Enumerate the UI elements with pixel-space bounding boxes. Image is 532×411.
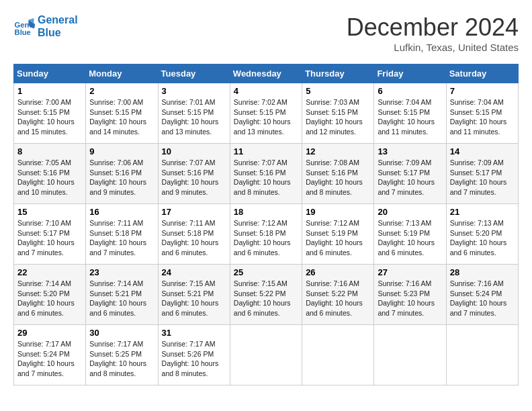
day-info: Sunrise: 7:01 AM Sunset: 5:15 PM Dayligh… — [162, 97, 226, 137]
day-cell: 2 Sunrise: 7:00 AM Sunset: 5:15 PM Dayli… — [86, 83, 158, 144]
day-number: 5 — [306, 86, 370, 96]
day-number: 14 — [450, 146, 515, 156]
day-info: Sunrise: 7:06 AM Sunset: 5:16 PM Dayligh… — [89, 158, 154, 197]
day-number: 23 — [89, 267, 154, 277]
day-cell: 9 Sunrise: 7:06 AM Sunset: 5:16 PM Dayli… — [86, 144, 158, 204]
day-cell: 26 Sunrise: 7:16 AM Sunset: 5:22 PM Dayl… — [302, 265, 374, 325]
day-number: 3 — [162, 86, 226, 96]
day-number: 9 — [89, 146, 154, 156]
day-cell: 22 Sunrise: 7:14 AM Sunset: 5:20 PM Dayl… — [14, 265, 86, 325]
day-info: Sunrise: 7:09 AM Sunset: 5:17 PM Dayligh… — [450, 158, 515, 197]
day-number: 4 — [234, 86, 298, 96]
svg-text:Blue: Blue — [15, 28, 31, 36]
day-cell: 27 Sunrise: 7:16 AM Sunset: 5:23 PM Dayl… — [374, 265, 446, 325]
week-row-3: 15 Sunrise: 7:10 AM Sunset: 5:17 PM Dayl… — [14, 204, 519, 265]
day-info: Sunrise: 7:08 AM Sunset: 5:16 PM Dayligh… — [306, 158, 370, 197]
logo: General Blue General Blue — [13, 13, 78, 39]
day-number: 19 — [306, 207, 370, 217]
day-info: Sunrise: 7:05 AM Sunset: 5:16 PM Dayligh… — [17, 158, 82, 197]
day-number: 6 — [378, 86, 442, 96]
day-cell: 31 Sunrise: 7:17 AM Sunset: 5:26 PM Dayl… — [158, 325, 230, 385]
day-cell: 8 Sunrise: 7:05 AM Sunset: 5:16 PM Dayli… — [14, 144, 86, 204]
day-number: 17 — [162, 207, 226, 217]
day-info: Sunrise: 7:04 AM Sunset: 5:15 PM Dayligh… — [450, 97, 515, 137]
day-number: 31 — [162, 328, 226, 338]
day-info: Sunrise: 7:02 AM Sunset: 5:15 PM Dayligh… — [234, 97, 298, 137]
day-cell: 28 Sunrise: 7:16 AM Sunset: 5:24 PM Dayl… — [446, 265, 518, 325]
col-header-thursday: Thursday — [302, 64, 374, 83]
day-number: 13 — [378, 146, 442, 156]
day-info: Sunrise: 7:09 AM Sunset: 5:17 PM Dayligh… — [378, 158, 442, 197]
day-cell: 30 Sunrise: 7:17 AM Sunset: 5:25 PM Dayl… — [86, 325, 158, 385]
logo-line1: General — [38, 13, 78, 26]
day-info: Sunrise: 7:07 AM Sunset: 5:16 PM Dayligh… — [234, 158, 298, 197]
week-row-4: 22 Sunrise: 7:14 AM Sunset: 5:20 PM Dayl… — [14, 265, 519, 325]
day-cell — [302, 325, 374, 385]
day-info: Sunrise: 7:16 AM Sunset: 5:23 PM Dayligh… — [378, 279, 442, 318]
day-info: Sunrise: 7:04 AM Sunset: 5:15 PM Dayligh… — [378, 97, 442, 137]
day-number: 25 — [234, 267, 298, 277]
day-number: 18 — [234, 207, 298, 217]
day-cell: 19 Sunrise: 7:12 AM Sunset: 5:19 PM Dayl… — [302, 204, 374, 265]
header-row: SundayMondayTuesdayWednesdayThursdayFrid… — [14, 64, 519, 83]
day-info: Sunrise: 7:00 AM Sunset: 5:15 PM Dayligh… — [89, 97, 154, 137]
day-number: 30 — [89, 328, 154, 338]
day-cell: 13 Sunrise: 7:09 AM Sunset: 5:17 PM Dayl… — [374, 144, 446, 204]
day-cell: 11 Sunrise: 7:07 AM Sunset: 5:16 PM Dayl… — [230, 144, 302, 204]
day-cell: 25 Sunrise: 7:15 AM Sunset: 5:22 PM Dayl… — [230, 265, 302, 325]
day-cell: 18 Sunrise: 7:12 AM Sunset: 5:18 PM Dayl… — [230, 204, 302, 265]
day-cell: 12 Sunrise: 7:08 AM Sunset: 5:16 PM Dayl… — [302, 144, 374, 204]
day-number: 8 — [17, 146, 82, 156]
week-row-1: 1 Sunrise: 7:00 AM Sunset: 5:15 PM Dayli… — [14, 83, 519, 144]
col-header-monday: Monday — [86, 64, 158, 83]
day-number: 2 — [89, 86, 154, 96]
day-info: Sunrise: 7:17 AM Sunset: 5:26 PM Dayligh… — [162, 339, 226, 379]
day-cell: 23 Sunrise: 7:14 AM Sunset: 5:21 PM Dayl… — [86, 265, 158, 325]
day-cell: 20 Sunrise: 7:13 AM Sunset: 5:19 PM Dayl… — [374, 204, 446, 265]
day-number: 27 — [378, 267, 442, 277]
day-cell — [446, 325, 518, 385]
day-number: 24 — [162, 267, 226, 277]
day-cell: 4 Sunrise: 7:02 AM Sunset: 5:15 PM Dayli… — [230, 83, 302, 144]
day-info: Sunrise: 7:17 AM Sunset: 5:24 PM Dayligh… — [17, 339, 82, 379]
day-cell: 15 Sunrise: 7:10 AM Sunset: 5:17 PM Dayl… — [14, 204, 86, 265]
day-number: 28 — [450, 267, 515, 277]
day-number: 10 — [162, 146, 226, 156]
day-number: 15 — [17, 207, 82, 217]
col-header-saturday: Saturday — [446, 64, 518, 83]
day-info: Sunrise: 7:00 AM Sunset: 5:15 PM Dayligh… — [17, 97, 82, 137]
day-number: 7 — [450, 86, 515, 96]
day-number: 21 — [450, 207, 515, 217]
day-info: Sunrise: 7:11 AM Sunset: 5:18 PM Dayligh… — [162, 218, 226, 258]
day-cell: 5 Sunrise: 7:03 AM Sunset: 5:15 PM Dayli… — [302, 83, 374, 144]
header: General Blue General Blue December 2024 … — [13, 13, 519, 53]
day-number: 20 — [378, 207, 442, 217]
day-info: Sunrise: 7:07 AM Sunset: 5:16 PM Dayligh… — [162, 158, 226, 197]
day-info: Sunrise: 7:03 AM Sunset: 5:15 PM Dayligh… — [306, 97, 370, 137]
day-info: Sunrise: 7:13 AM Sunset: 5:19 PM Dayligh… — [378, 218, 442, 258]
location-title: Lufkin, Texas, United States — [347, 42, 519, 53]
col-header-tuesday: Tuesday — [158, 64, 230, 83]
logo-icon: General Blue — [13, 15, 35, 37]
day-number: 29 — [17, 328, 82, 338]
day-info: Sunrise: 7:14 AM Sunset: 5:21 PM Dayligh… — [89, 279, 154, 318]
day-number: 22 — [17, 267, 82, 277]
logo-line2: Blue — [38, 26, 78, 39]
day-info: Sunrise: 7:17 AM Sunset: 5:25 PM Dayligh… — [89, 339, 154, 379]
day-cell: 14 Sunrise: 7:09 AM Sunset: 5:17 PM Dayl… — [446, 144, 518, 204]
week-row-5: 29 Sunrise: 7:17 AM Sunset: 5:24 PM Dayl… — [14, 325, 519, 385]
col-header-wednesday: Wednesday — [230, 64, 302, 83]
day-cell: 29 Sunrise: 7:17 AM Sunset: 5:24 PM Dayl… — [14, 325, 86, 385]
day-cell: 3 Sunrise: 7:01 AM Sunset: 5:15 PM Dayli… — [158, 83, 230, 144]
day-cell: 16 Sunrise: 7:11 AM Sunset: 5:18 PM Dayl… — [86, 204, 158, 265]
day-cell: 6 Sunrise: 7:04 AM Sunset: 5:15 PM Dayli… — [374, 83, 446, 144]
day-cell: 17 Sunrise: 7:11 AM Sunset: 5:18 PM Dayl… — [158, 204, 230, 265]
day-info: Sunrise: 7:12 AM Sunset: 5:19 PM Dayligh… — [306, 218, 370, 258]
day-number: 12 — [306, 146, 370, 156]
week-row-2: 8 Sunrise: 7:05 AM Sunset: 5:16 PM Dayli… — [14, 144, 519, 204]
day-info: Sunrise: 7:15 AM Sunset: 5:21 PM Dayligh… — [162, 279, 226, 318]
day-number: 1 — [17, 86, 82, 96]
day-cell: 24 Sunrise: 7:15 AM Sunset: 5:21 PM Dayl… — [158, 265, 230, 325]
day-info: Sunrise: 7:16 AM Sunset: 5:22 PM Dayligh… — [306, 279, 370, 318]
col-header-sunday: Sunday — [14, 64, 86, 83]
